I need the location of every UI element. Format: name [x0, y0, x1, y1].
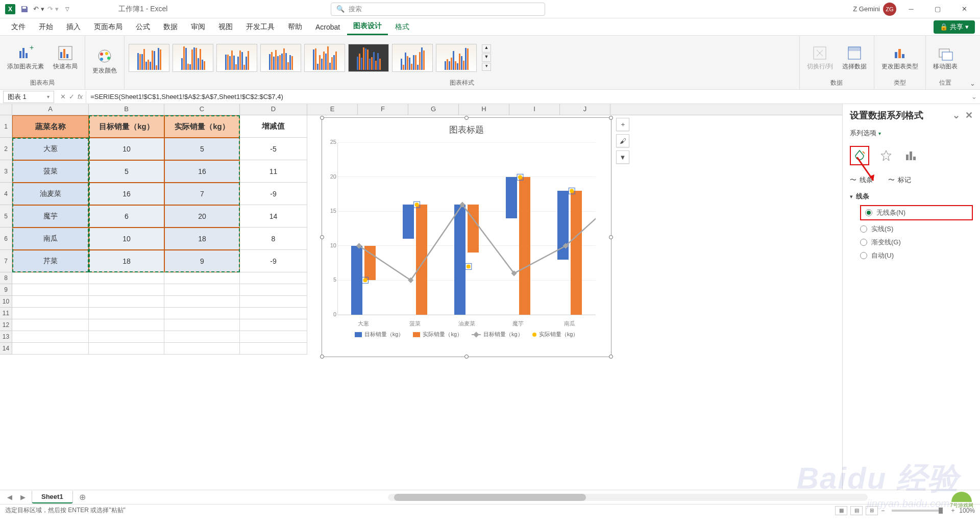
chart-style-7[interactable]	[392, 44, 433, 72]
select-data-button[interactable]: 选择数据	[839, 43, 870, 73]
tab-file[interactable]: 文件	[5, 19, 32, 35]
cell-A2[interactable]: 大葱	[12, 138, 89, 160]
row-header-1[interactable]: 1	[0, 115, 12, 138]
user-name[interactable]: Z Gemini	[853, 5, 880, 13]
quick-layout-button[interactable]: 快速布局	[50, 43, 81, 73]
chart-style-2[interactable]	[173, 44, 213, 72]
minimize-button[interactable]: ─	[899, 0, 923, 18]
horizontal-scrollbar[interactable]	[388, 494, 868, 501]
row-header-3[interactable]: 3	[0, 160, 12, 183]
formula-input[interactable]: =SERIES(Sheet1!$C$1,Sheet1!$A$2:$A$7,She…	[86, 91, 968, 103]
chart-style-1[interactable]	[129, 44, 169, 72]
tab-data[interactable]: 数据	[157, 19, 184, 35]
legend-item[interactable]: 目标销量（kg）	[355, 331, 404, 338]
chart-style-3[interactable]	[216, 44, 257, 72]
chart-style-more[interactable]: ▾	[482, 63, 491, 71]
cell-B6[interactable]: 10	[89, 228, 164, 250]
cell-D4[interactable]: -9	[240, 183, 307, 205]
row-header-9[interactable]: 9	[0, 284, 12, 296]
tab-view[interactable]: 视图	[212, 19, 239, 35]
move-chart-button[interactable]: 移动图表	[930, 43, 961, 73]
row-header-10[interactable]: 10	[0, 296, 12, 308]
row-header-7[interactable]: 7	[0, 250, 12, 272]
row-header-6[interactable]: 6	[0, 228, 12, 250]
tab-format[interactable]: 格式	[389, 19, 415, 35]
tab-page-layout[interactable]: 页面布局	[88, 19, 129, 35]
col-header-C[interactable]: C	[164, 104, 240, 115]
embedded-chart[interactable]: ＋ 🖌 ▼ 图表标题 2520151050 大葱菠菜油麦菜魔芋南瓜 目标销量（k…	[322, 117, 611, 357]
cell-C1[interactable]: 实际销量（kg）	[164, 115, 240, 138]
cell-C6[interactable]: 18	[164, 228, 240, 250]
tab-acrobat[interactable]: Acrobat	[309, 20, 346, 34]
series-options-tab-icon[interactable]	[903, 148, 918, 163]
row-header-11[interactable]: 11	[0, 308, 12, 319]
cell-B5[interactable]: 6	[89, 205, 164, 228]
cell-B3[interactable]: 5	[89, 160, 164, 183]
cell-A6[interactable]: 南瓜	[12, 228, 89, 250]
maximize-button[interactable]: ▢	[926, 0, 949, 18]
fill-line-tab-icon[interactable]	[852, 148, 867, 163]
cell-B4[interactable]: 16	[89, 183, 164, 205]
legend-item[interactable]: 实际销量（kg）	[413, 331, 462, 338]
tab-dev[interactable]: 开发工具	[240, 19, 281, 35]
cell-D3[interactable]: 11	[240, 160, 307, 183]
row-header-2[interactable]: 2	[0, 138, 12, 160]
cell-A7[interactable]: 芹菜	[12, 250, 89, 272]
line-section-toggle[interactable]: 〜线条 〜标记	[850, 173, 973, 187]
ribbon-collapse-button[interactable]: ⌄	[965, 36, 980, 89]
col-header-G[interactable]: G	[408, 104, 459, 115]
page-break-view-button[interactable]: ⊞	[866, 506, 878, 515]
chart-style-scroll-down[interactable]: ▼	[482, 54, 491, 62]
col-header-H[interactable]: H	[459, 104, 509, 115]
chart-styles-gallery[interactable]: ▲ ▼ ▾	[129, 38, 795, 78]
cell-C7[interactable]: 9	[164, 250, 240, 272]
formula-bar-expand[interactable]: ⌄	[968, 93, 980, 100]
chart-style-8[interactable]	[436, 44, 477, 72]
chart-plot-area[interactable]: 2520151050 大葱菠菜油麦菜魔芋南瓜	[337, 139, 596, 327]
change-chart-type-button[interactable]: 更改图表类型	[878, 43, 921, 73]
chart-brush-button[interactable]: 🖌	[616, 134, 629, 147]
redo-button[interactable]: ↷ ▾	[47, 3, 59, 15]
cell-A1[interactable]: 蔬菜名称	[12, 115, 89, 138]
row-header-12[interactable]: 12	[0, 319, 12, 331]
series-options-dropdown[interactable]: 系列选项	[850, 129, 876, 138]
cell-C3[interactable]: 16	[164, 160, 240, 183]
col-header-J[interactable]: J	[560, 104, 610, 115]
tab-formulas[interactable]: 公式	[130, 19, 156, 35]
tab-chart-design[interactable]: 图表设计	[347, 18, 388, 35]
cell-D5[interactable]: 14	[240, 205, 307, 228]
row-header-8[interactable]: 8	[0, 272, 12, 284]
cancel-formula-icon[interactable]: ✕	[60, 93, 66, 100]
normal-view-button[interactable]: ▦	[835, 506, 847, 515]
radio-solid-line[interactable]: 实线(S)	[860, 224, 973, 234]
tab-insert[interactable]: 插入	[60, 19, 87, 35]
chart-filter-button[interactable]: ▼	[616, 150, 629, 164]
undo-button[interactable]: ↶ ▾	[33, 3, 45, 15]
radio-no-line[interactable]: 无线条(N)	[865, 208, 968, 217]
enter-formula-icon[interactable]: ✓	[69, 93, 75, 100]
sheet-tab-1[interactable]: Sheet1	[32, 491, 73, 503]
chart-legend[interactable]: 目标销量（kg）实际销量（kg）目标销量（kg）实际销量（kg）	[322, 327, 611, 341]
share-button[interactable]: 🔒 共享 ▾	[934, 20, 975, 34]
add-sheet-button[interactable]: ⊕	[77, 492, 88, 502]
cell-B7[interactable]: 18	[89, 250, 164, 272]
cell-C5[interactable]: 20	[164, 205, 240, 228]
cell-C4[interactable]: 7	[164, 183, 240, 205]
cell-D2[interactable]: -5	[240, 138, 307, 160]
row-header-13[interactable]: 13	[0, 331, 12, 343]
cell-B1[interactable]: 目标销量（kg）	[89, 115, 164, 138]
switch-row-col-button[interactable]: 切换行/列	[804, 43, 836, 73]
col-header-I[interactable]: I	[509, 104, 560, 115]
sheet-nav-prev[interactable]: ◀	[5, 493, 14, 501]
chart-style-scroll-up[interactable]: ▲	[482, 44, 491, 53]
cell-D7[interactable]: -9	[240, 250, 307, 272]
row-header-14[interactable]: 14	[0, 343, 12, 355]
chart-plus-button[interactable]: ＋	[616, 118, 629, 131]
cell-A4[interactable]: 油麦菜	[12, 183, 89, 205]
cell-B2[interactable]: 10	[89, 138, 164, 160]
effects-tab-icon[interactable]	[878, 148, 894, 163]
page-layout-view-button[interactable]: ▤	[850, 506, 863, 515]
row-header-4[interactable]: 4	[0, 183, 12, 205]
col-header-A[interactable]: A	[12, 104, 89, 115]
tab-review[interactable]: 审阅	[185, 19, 211, 35]
